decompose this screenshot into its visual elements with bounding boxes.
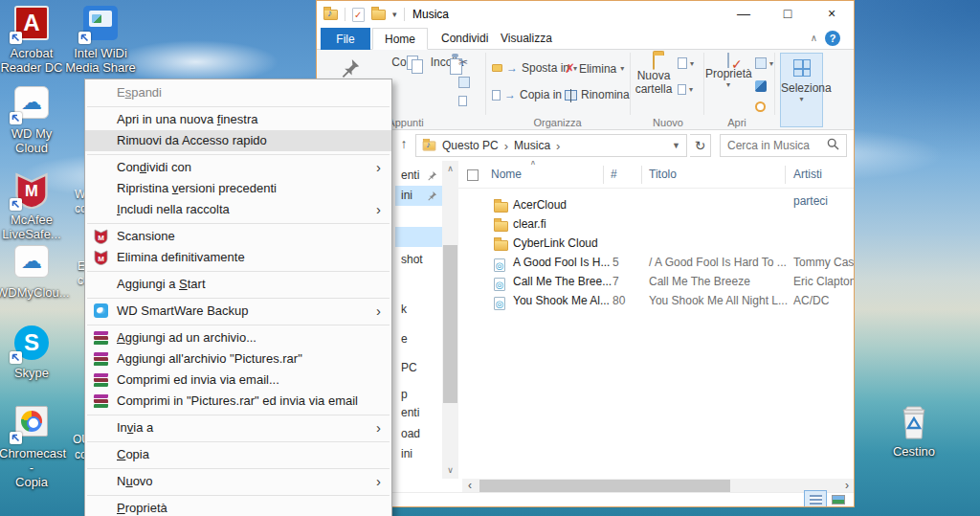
menu-item-apri-in-una-nuova-finestra[interactable]: Apri in una nuova finestra xyxy=(85,109,391,130)
address-dropdown-icon[interactable]: ▼ xyxy=(672,141,680,150)
desktop-icon-intel-widi-media-share[interactable]: Intel WiDi Media Share xyxy=(65,6,136,75)
help-icon[interactable]: ? xyxy=(825,31,840,46)
sidebar-item[interactable]: k xyxy=(395,300,442,320)
copy-path-button[interactable] xyxy=(458,77,470,88)
menu-item-label: WD SmartWare Backup xyxy=(117,303,249,318)
menu-item-aggiungi-a-start[interactable]: Aggiungi a Start xyxy=(85,274,391,295)
sidebar-item[interactable]: PC xyxy=(395,358,442,378)
desktop-icon-skype[interactable]: SSkype xyxy=(0,325,64,380)
desktop-icon-mcafee-livesafe[interactable]: MMcAfee LiveSafe... xyxy=(0,172,64,241)
menu-item-copia[interactable]: Copia xyxy=(85,444,391,465)
properties-button[interactable]: Proprietà ▾ xyxy=(705,54,751,89)
open-button[interactable]: ▾ xyxy=(755,57,773,69)
sidebar-item[interactable]: e xyxy=(395,329,442,349)
file-row-cyberlink-cloud[interactable]: CyberLink Cloud xyxy=(458,234,855,253)
select-all-checkbox[interactable] xyxy=(467,169,479,181)
file-row-you-shook-me-al[interactable]: ◎You Shook Me Al...80You Shook Me All Ni… xyxy=(458,291,855,310)
file-row-clear-fi[interactable]: clear.fi xyxy=(458,214,855,234)
desktop-icon-wdmyclou[interactable]: ☁WDMyClou... xyxy=(0,245,67,300)
up-button[interactable]: ↑ xyxy=(395,136,412,155)
sidebar-item[interactable]: shot xyxy=(395,250,442,270)
scrollbar-thumb[interactable] xyxy=(443,245,457,403)
menu-item-includi-nella-raccolta[interactable]: Includi nella raccolta› xyxy=(85,199,391,220)
copy-button[interactable]: Copia xyxy=(386,56,428,69)
sidebar-item[interactable]: p xyxy=(395,385,442,405)
sidebar-item[interactable]: ini xyxy=(395,186,442,206)
edit-button[interactable] xyxy=(755,80,767,92)
details-view-button[interactable] xyxy=(804,490,827,507)
menu-item-elimina-definitivamente[interactable]: MElimina definitivamente xyxy=(85,247,391,268)
breadcrumb[interactable]: ♪ Questo PC › Musica › ▼ xyxy=(415,134,687,157)
menu-item-scansione[interactable]: MScansione xyxy=(85,226,391,247)
copy-to-button[interactable]: → Copia in ▾ xyxy=(492,88,569,101)
properties-quick-icon[interactable] xyxy=(352,8,365,22)
close-button[interactable]: × xyxy=(810,1,854,26)
tab-home[interactable]: Home xyxy=(372,28,428,50)
easy-access-button[interactable]: ▾ xyxy=(678,84,693,95)
breadcrumb-separator-icon[interactable]: › xyxy=(556,139,560,153)
file-row-a-good-fool-is-h[interactable]: ◎A Good Fool Is H...5/ A Good Fool Is Ha… xyxy=(458,253,855,272)
menu-item-comprimi-ed-invia-via-email[interactable]: Comprimi ed invia via email... xyxy=(85,370,391,391)
new-folder-quick-icon[interactable] xyxy=(371,10,386,20)
file-row-call-me-the-bree[interactable]: ◎Call Me The Bree...7Call Me The BreezeE… xyxy=(458,272,855,291)
minimize-button[interactable]: — xyxy=(722,1,766,26)
desktop-icon-chromecast-copia[interactable]: Chromecast - Copia xyxy=(0,406,64,489)
menu-item-rimuovi-da-accesso-rapido[interactable]: Rimuovi da Accesso rapido xyxy=(85,130,391,151)
menu-item-label: Elimina definitivamente xyxy=(117,250,245,264)
sidebar-item[interactable]: oad xyxy=(395,424,442,444)
menu-item-comprimi-in-pictures-rar-ed-invia-via-em[interactable]: Comprimi in "Pictures.rar" ed invia via … xyxy=(85,391,391,412)
menu-item-ripristina-versioni-precedenti[interactable]: Ripristina versioni precedenti xyxy=(85,178,391,199)
sidebar-item-label: oad xyxy=(401,424,420,444)
menu-item-nuovo[interactable]: Nuovo› xyxy=(85,471,391,492)
nav-scrollbar[interactable]: ∧ ∨ xyxy=(442,161,458,479)
desktop-icon-acrobat-reader-dc[interactable]: AAcrobat Reader DC xyxy=(0,6,64,75)
breadcrumb-root[interactable]: Questo PC xyxy=(442,139,499,152)
refresh-button[interactable]: ↻ xyxy=(690,134,711,157)
new-folder-label-2: cartella xyxy=(633,82,675,96)
cut-button[interactable]: ✂ xyxy=(458,56,468,69)
file-row-acercloud[interactable]: AcerCloud xyxy=(458,195,855,214)
search-icon[interactable] xyxy=(827,138,839,153)
scroll-left-icon[interactable]: ‹ xyxy=(462,479,478,493)
sidebar-item[interactable]: ini xyxy=(395,444,442,464)
sidebar-item[interactable] xyxy=(395,227,442,247)
maximize-button[interactable]: □ xyxy=(766,1,810,26)
thumbnails-view-button[interactable] xyxy=(827,490,850,507)
desktop-icon-cestino[interactable]: Cestino xyxy=(881,404,947,459)
icon-image: ☁ xyxy=(12,245,51,281)
rename-button[interactable]: Rinomina xyxy=(565,88,630,101)
menu-item-aggiungi-ad-un-archivio[interactable]: Aggiungi ad un archivio... xyxy=(85,327,391,348)
paste-shortcut-button[interactable] xyxy=(458,96,467,106)
tab-file[interactable]: File xyxy=(321,28,370,50)
column-header-[interactable]: # xyxy=(611,161,617,188)
breadcrumb-current[interactable]: Musica xyxy=(514,139,550,152)
new-item-button[interactable]: ▾ xyxy=(678,57,694,69)
menu-item-aggiungi-all-archivio-pictures-rar[interactable]: Aggiungi all'archivio "Pictures.rar" xyxy=(85,348,391,370)
select-button[interactable]: Seleziona ▾ xyxy=(780,53,823,127)
copy-path-icon xyxy=(458,77,470,88)
context-menu: EspandiApri in una nuova finestraRimuovi… xyxy=(84,79,392,516)
menu-item-espandi[interactable]: Espandi xyxy=(85,82,391,103)
tab-visualizza[interactable]: Visualizza xyxy=(489,28,564,50)
delete-button[interactable]: ✗ Elimina ▾ xyxy=(565,61,624,76)
menu-item-wd-smartware-backup[interactable]: WD SmartWare Backup› xyxy=(85,301,391,322)
new-folder-button[interactable]: Nuova cartella xyxy=(633,56,675,96)
history-button[interactable] xyxy=(755,101,766,112)
music-folder-icon: ♪ xyxy=(323,10,338,20)
search-input[interactable]: Cerca in Musica xyxy=(720,134,847,157)
scrollbar-thumb[interactable] xyxy=(479,480,730,492)
menu-item-propriet[interactable]: Proprietà xyxy=(85,498,391,516)
scroll-up-icon[interactable]: ∧ xyxy=(442,161,458,177)
sidebar-item[interactable]: enti xyxy=(395,403,442,423)
customize-toolbar-caret-icon[interactable]: ▾ xyxy=(392,10,397,19)
column-header-nome[interactable]: Nome xyxy=(491,161,522,188)
scroll-down-icon[interactable]: ∨ xyxy=(442,462,458,479)
collapse-ribbon-icon[interactable]: ∧ xyxy=(811,33,817,43)
menu-item-invia-a[interactable]: Invia a› xyxy=(85,417,391,438)
breadcrumb-separator-icon[interactable]: › xyxy=(504,139,508,153)
menu-item-condividi-con[interactable]: Condividi con› xyxy=(85,157,391,178)
sidebar-item[interactable]: enti xyxy=(395,166,442,186)
desktop-icon-wd-my-cloud[interactable]: ☁WD My Cloud xyxy=(0,86,64,155)
column-header-titolo[interactable]: Titolo xyxy=(649,161,677,188)
horizontal-scrollbar[interactable]: ‹ › xyxy=(462,479,855,493)
